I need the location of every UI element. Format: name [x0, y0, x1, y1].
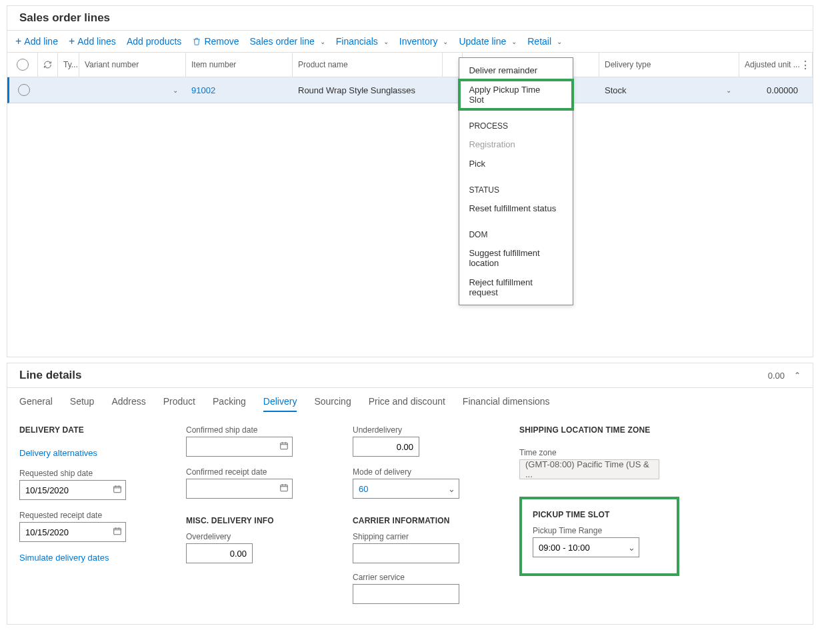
- tab-price-discount[interactable]: Price and discount: [369, 396, 445, 412]
- delivery-type-cell[interactable]: Stock ⌄: [599, 77, 739, 103]
- mode-carrier-column: Underdelivery Mode of delivery ⌄ CARRIER…: [353, 425, 499, 604]
- overdelivery-input[interactable]: [186, 543, 253, 563]
- time-zone-value: (GMT-08:00) Pacific Time (US & ...: [519, 459, 659, 479]
- tab-delivery[interactable]: Delivery: [263, 396, 297, 412]
- adjusted-unit-column-header[interactable]: Adjusted unit ... ⋮: [739, 53, 813, 77]
- svg-rect-2: [281, 443, 288, 449]
- requested-ship-date-input[interactable]: [19, 480, 126, 500]
- add-lines-button[interactable]: Add lines: [69, 36, 116, 47]
- confirmed-ship-date-field: Confirmed ship date: [186, 425, 333, 457]
- sales-order-line-label: Sales order line: [250, 36, 315, 47]
- line-details-tabs: General Setup Address Product Packing De…: [7, 388, 813, 419]
- process-section-header: PROCESS: [459, 109, 573, 135]
- shipping-carrier-label: Shipping carrier: [353, 532, 499, 541]
- financials-dropdown[interactable]: Financials ⌄: [336, 36, 389, 47]
- sales-lines-toolbar: Add line Add lines Add products Remove S…: [7, 31, 813, 53]
- row-selector[interactable]: [9, 77, 38, 103]
- add-products-label: Add products: [127, 36, 182, 47]
- financials-label: Financials: [336, 36, 378, 47]
- product-name-column-header[interactable]: Product name: [293, 53, 443, 77]
- registration-item: Registration: [459, 135, 573, 154]
- carrier-service-input[interactable]: [353, 584, 459, 604]
- requested-receipt-date-label: Requested receipt date: [19, 511, 166, 520]
- time-zone-field: Time zone (GMT-08:00) Pacific Time (US &…: [519, 448, 679, 479]
- retail-dropdown[interactable]: Retail ⌄: [527, 36, 562, 47]
- grid-header-row: Ty... Variant number Item number Product…: [7, 53, 813, 77]
- tab-sourcing[interactable]: Sourcing: [314, 396, 351, 412]
- confirmed-receipt-date-field: Confirmed receipt date: [186, 467, 333, 499]
- deliver-remainder-item[interactable]: Deliver remainder: [459, 61, 573, 80]
- chevron-down-icon: ⌄: [320, 38, 325, 45]
- line-details-title: Line details: [19, 369, 82, 382]
- plus-icon: [69, 36, 75, 47]
- apply-pickup-time-slot-item[interactable]: Apply Pickup Time Slot: [459, 80, 573, 109]
- add-line-label: Add line: [24, 36, 58, 47]
- chevron-down-icon: ⌄: [443, 38, 448, 45]
- delivery-type-column-header[interactable]: Delivery type: [599, 53, 739, 77]
- variant-cell[interactable]: ⌄: [79, 77, 186, 103]
- shipping-carrier-input[interactable]: [353, 543, 459, 563]
- calendar-icon[interactable]: [279, 441, 289, 453]
- sales-order-line-dropdown[interactable]: Sales order line ⌄: [250, 36, 325, 47]
- pick-item[interactable]: Pick: [459, 154, 573, 173]
- chevron-down-icon[interactable]: ⌄: [628, 543, 635, 553]
- select-all-header[interactable]: [7, 53, 38, 77]
- inventory-label: Inventory: [399, 36, 438, 47]
- simulate-delivery-dates-link[interactable]: Simulate delivery dates: [19, 553, 166, 563]
- underdelivery-input[interactable]: [353, 437, 419, 457]
- plus-icon: [15, 36, 21, 47]
- reset-fulfillment-status-item[interactable]: Reset fulfillment status: [459, 199, 573, 218]
- pickup-time-range-input[interactable]: [533, 537, 639, 557]
- product-name-cell: Round Wrap Style Sunglasses: [293, 77, 443, 103]
- tab-address[interactable]: Address: [111, 396, 145, 412]
- chevron-down-icon[interactable]: ⌄: [448, 484, 455, 494]
- inventory-dropdown[interactable]: Inventory ⌄: [399, 36, 449, 47]
- reject-fulfillment-request-item[interactable]: Reject fulfillment request: [459, 273, 573, 302]
- suggest-fulfillment-location-item[interactable]: Suggest fulfillment location: [459, 243, 573, 273]
- underdelivery-label: Underdelivery: [353, 425, 499, 435]
- chevron-up-icon[interactable]: ⌃: [794, 371, 801, 380]
- carrier-service-label: Carrier service: [353, 573, 499, 582]
- time-zone-label: Time zone: [519, 448, 679, 457]
- variant-column-header[interactable]: Variant number: [79, 53, 186, 77]
- calendar-icon[interactable]: [113, 527, 122, 538]
- calendar-icon[interactable]: [113, 485, 122, 496]
- refresh-header[interactable]: [38, 53, 58, 77]
- tab-product[interactable]: Product: [163, 396, 195, 412]
- sales-line-row[interactable]: ⌄ 91002 Round Wrap Style Sunglasses Stoc…: [7, 77, 813, 103]
- delivery-alternatives-link[interactable]: Delivery alternatives: [19, 448, 166, 458]
- add-line-button[interactable]: Add line: [15, 36, 58, 47]
- sales-lines-grid: Ty... Variant number Item number Product…: [7, 53, 813, 357]
- sales-order-lines-header: Sales order lines: [7, 6, 813, 31]
- item-number-cell[interactable]: 91002: [186, 77, 293, 103]
- more-icon[interactable]: ⋮: [800, 59, 810, 71]
- confirmed-ship-date-input[interactable]: [186, 437, 293, 457]
- tab-general[interactable]: General: [19, 396, 53, 412]
- adjusted-unit-cell: 0.00000: [739, 77, 813, 103]
- requested-receipt-date-input[interactable]: [19, 522, 126, 542]
- tab-setup[interactable]: Setup: [70, 396, 95, 412]
- remove-button[interactable]: Remove: [192, 36, 239, 47]
- tab-packing[interactable]: Packing: [213, 396, 246, 412]
- requested-ship-date-label: Requested ship date: [19, 469, 166, 478]
- requested-ship-date-field: Requested ship date: [19, 469, 166, 500]
- circle-icon: [18, 84, 30, 96]
- confirmed-receipt-date-input[interactable]: [186, 479, 293, 499]
- misc-delivery-section: MISC. DELIVERY INFO Overdelivery: [186, 516, 333, 563]
- carrier-info-header: CARRIER INFORMATION: [353, 516, 499, 525]
- calendar-icon[interactable]: [279, 483, 289, 495]
- status-section-header: STATUS: [459, 173, 573, 199]
- mode-of-delivery-input[interactable]: [353, 479, 459, 499]
- add-lines-label: Add lines: [77, 36, 116, 47]
- refresh-icon: [43, 60, 52, 69]
- type-column-header[interactable]: Ty...: [58, 53, 79, 77]
- tab-financial-dimensions[interactable]: Financial dimensions: [463, 396, 550, 412]
- dom-section-header: DOM: [459, 218, 573, 243]
- timezone-pickup-column: SHIPPING LOCATION TIME ZONE Time zone (G…: [519, 425, 679, 604]
- pickup-time-slot-header: PICKUP TIME SLOT: [533, 510, 666, 519]
- adjusted-unit-label: Adjusted unit ...: [745, 60, 800, 69]
- item-number-column-header[interactable]: Item number: [186, 53, 293, 77]
- update-line-dropdown[interactable]: Update line ⌄ Deliver remainder Apply Pi…: [459, 36, 517, 47]
- underdelivery-field: Underdelivery: [353, 425, 499, 457]
- add-products-button[interactable]: Add products: [127, 36, 182, 47]
